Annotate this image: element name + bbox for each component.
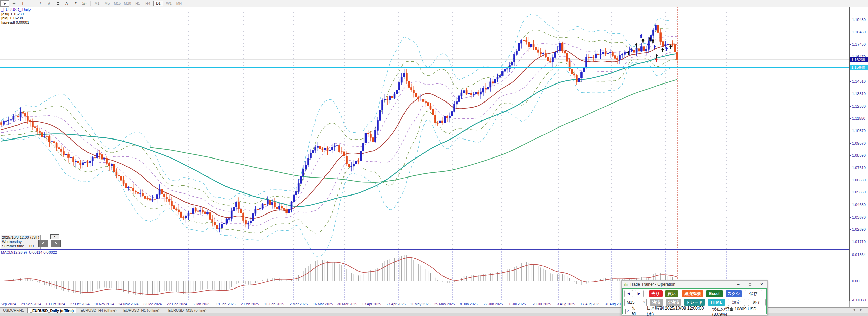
horizontal-line-tool[interactable]: — (27, 1, 36, 6)
dialog-button-終了[interactable]: 終了 (748, 299, 766, 306)
price-tick-mark (850, 180, 851, 180)
dialog-button-html[interactable]: HTML (708, 299, 725, 306)
dialog-button-決済[interactable]: 決済 (650, 299, 663, 306)
dialog-button-全決済[interactable]: 全決済 (666, 299, 681, 306)
info-session: Summer time D1 (2, 244, 39, 248)
chart-tab--eurusd-m15-offline-[interactable]: _EURUSD_M15 (offline) (162, 308, 211, 313)
price-tick-label: 1.04650 (852, 203, 866, 207)
chart-tab-usdchf-h1[interactable]: USDCHF,H1 (0, 308, 27, 313)
date-tick-label: 10 Nov 2024 (94, 302, 114, 306)
date-tick-label: 6 Jul 2025 (509, 302, 526, 306)
toolbar-tools: ➤✛|—/⫽≣AT⇲▾ (0, 0, 89, 7)
label-tool[interactable]: T (72, 1, 80, 6)
prev-bar-button[interactable]: < (38, 240, 48, 247)
dialog-status-row: ✓ 矢印 日本時刻 2025/10/08 12:00:00 (水) 現在の資金 … (623, 308, 766, 315)
timeframe-button-h4[interactable]: H4 (143, 1, 153, 6)
toolbar-timeframes: M1M5M15M30H1H4D1W1MN (92, 1, 184, 6)
info-timeframe: D1 (29, 244, 34, 248)
arrow-checkbox-label: 矢印 (632, 305, 639, 316)
dialog-button-スクショ[interactable]: スクショ (726, 290, 742, 297)
price-tick-mark (850, 94, 851, 94)
crosshair-tool[interactable]: ✛ (10, 1, 18, 6)
timeframe-button-m15[interactable]: M15 (113, 1, 122, 6)
channel-tool[interactable]: ⫽ (45, 1, 53, 6)
timeframe-button-m5[interactable]: M5 (102, 1, 112, 6)
chart-tab--eurusd-daily-offline-[interactable]: _EURUSD_Daily (offline) (27, 308, 76, 313)
timeframe-button-h1[interactable]: H1 (133, 1, 142, 6)
timeframe-button-m30[interactable]: M30 (123, 1, 132, 6)
price-tick-label: 1.10570 (852, 129, 866, 133)
chart-tab--eurusd-h4-offline-[interactable]: _EURUSD_H4 (offline) (76, 308, 119, 313)
dialog-button-トレード[interactable]: トレード (684, 299, 705, 306)
dialog-minimize-button[interactable]: – (733, 282, 744, 287)
price-tick-label: 1.06630 (852, 178, 866, 182)
price-tick-label: 1.09570 (852, 141, 866, 145)
price-tick-mark (850, 168, 851, 168)
dialog-button-設定[interactable]: 設定 (728, 299, 745, 306)
date-tick-label: 5 Jan 2025 (193, 302, 210, 306)
date-tick-label: 17 Aug 2025 (580, 302, 600, 306)
arrows-tool[interactable]: ⇲▾ (80, 1, 88, 6)
dialog-button-excel[interactable]: Excel (706, 290, 723, 297)
balance-label: 現在の資金 10809 USD (8.09%) (712, 306, 766, 316)
price-tick-label: 1.12530 (852, 104, 866, 108)
trade-trainer-dialog: Trade Trainer - Operation –□✕ ◀▶売り買い経済指標… (621, 280, 768, 315)
dialog-icon (624, 282, 628, 286)
fibonacci-tool[interactable]: ≣ (54, 1, 62, 6)
price-axis[interactable]: 1.194301.184501.174501.164701.154901.145… (849, 7, 868, 301)
date-tick-label: 20 Jul 2025 (533, 302, 551, 306)
vertical-line-tool[interactable]: | (19, 1, 27, 6)
date-tick-label: 30 Mar 2025 (337, 302, 357, 306)
date-tick-label: 16 Feb 2025 (264, 302, 284, 306)
next-bar-button[interactable]: > (51, 240, 61, 247)
arrow-checkbox[interactable]: ✓ (625, 309, 630, 314)
toolbar-separator (90, 1, 91, 6)
chart-tab--eurusd-h1-offline-[interactable]: _EURUSD_H1 (offline) (119, 308, 162, 313)
dialog-forward-button[interactable]: ▶ (635, 290, 644, 297)
dialog-button-経済指標[interactable]: 経済指標 (682, 290, 703, 297)
dialog-button-買い[interactable]: 買い (665, 290, 678, 297)
date-tick-label: 29 Sep 2024 (21, 302, 41, 306)
tab-scroll-right-icon[interactable]: ► (860, 308, 867, 311)
dialog-close-button[interactable]: ✕ (756, 282, 767, 287)
price-tick-mark (850, 20, 851, 20)
dialog-timeframe-select[interactable]: M15˅ (624, 299, 647, 306)
symbol-info: _EURUSD_,Daily [ask] 1.16239 [bid] 1.162… (1, 7, 31, 24)
price-tick-mark (850, 242, 851, 242)
toolbar: ➤✛|—/⫽≣AT⇲▾ M1M5M15M30H1H4D1W1MN (0, 0, 868, 7)
dialog-title-bar[interactable]: Trade Trainer - Operation –□✕ (622, 281, 767, 288)
price-tick-mark (850, 217, 851, 218)
ask-value: [ask] 1.16239 (1, 12, 31, 16)
price-tick-label: 1.08590 (852, 153, 866, 157)
price-chart[interactable] (0, 0, 868, 316)
dialog-button-売り[interactable]: 売り (649, 290, 663, 297)
timeframe-button-d1[interactable]: D1 (153, 1, 163, 6)
cursor-tool[interactable]: ➤ (0, 0, 9, 7)
dialog-body: ◀▶売り買い経済指標Excelスクショ保存 M15˅決済全決済トレードHTML設… (622, 288, 767, 314)
price-tick-mark (850, 131, 851, 131)
date-tick-label: 25 May 2025 (434, 302, 455, 306)
date-tick-label: 13 Oct 2024 (46, 302, 65, 306)
date-tick-label: 3 Aug 2025 (557, 302, 575, 306)
tab-scroll-arrows[interactable]: ◄► (852, 308, 867, 311)
timeframe-button-m1[interactable]: M1 (92, 1, 102, 6)
date-tick-label: 8 Jun 2025 (460, 302, 478, 306)
dialog-window-controls: –□✕ (733, 282, 767, 287)
timeframe-button-w1[interactable]: W1 (164, 1, 174, 6)
price-tick-label: 1.11550 (852, 116, 865, 120)
dialog-back-button[interactable]: ◀ (624, 290, 633, 297)
dialog-button-保存[interactable]: 保存 (745, 290, 762, 297)
price-tick-label: 1.01710 (852, 240, 866, 244)
date-tick-label: 22 Jun 2025 (483, 302, 503, 306)
dialog-title: Trade Trainer - Operation (630, 282, 675, 287)
text-tool[interactable]: A (63, 1, 71, 6)
info-datetime: 2025/10/8 12:00 (JST) (2, 235, 39, 240)
info-minimize-button[interactable]: - (50, 234, 59, 239)
trendline-tool[interactable]: / (36, 1, 44, 6)
dialog-maximize-button[interactable]: □ (744, 282, 756, 287)
date-tick-label: 16 Mar 2025 (313, 302, 333, 306)
timeframe-button-mn[interactable]: MN (174, 1, 184, 6)
tab-scroll-left-icon[interactable]: ◄ (852, 308, 860, 311)
macd-axis-label: -0.01171 (852, 298, 867, 302)
trainer-info-text: 2025/10/8 12:00 (JST) Wednesday Summer t… (1, 235, 41, 249)
